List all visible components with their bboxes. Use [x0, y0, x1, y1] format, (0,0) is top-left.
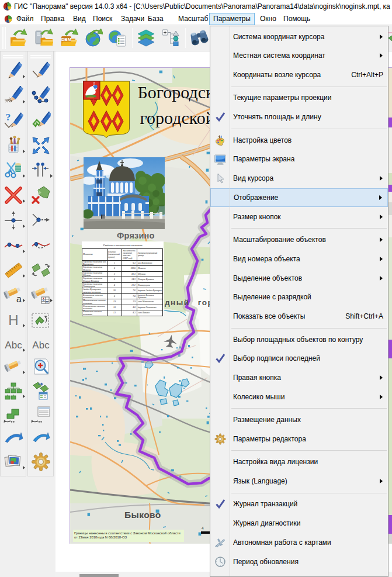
svg-text:DBM: DBM: [61, 37, 71, 42]
svg-text:4: 4: [202, 526, 204, 530]
svg-text:Abc: Abc: [5, 340, 22, 351]
svg-text:a: a: [16, 294, 22, 304]
svg-text:H: H: [8, 312, 18, 328]
svg-text:Abc: Abc: [32, 340, 50, 351]
svg-text:?: ?: [6, 112, 11, 123]
